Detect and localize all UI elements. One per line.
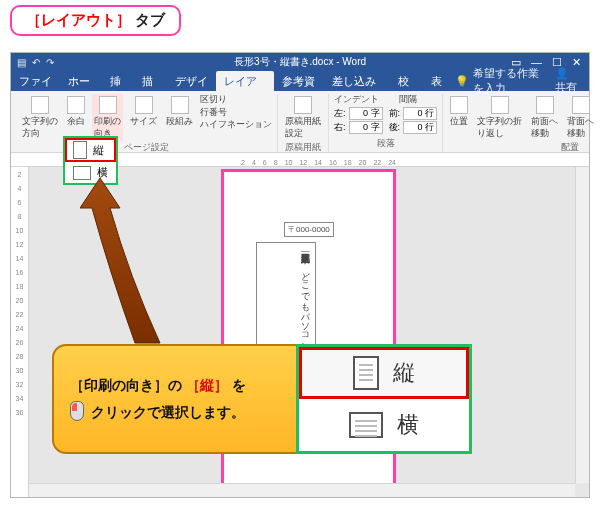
portrait-label: 縦 (93, 143, 104, 158)
quick-access-toolbar: ▤ ↶ ↷ (11, 57, 54, 68)
callout-p1a: ［印刷の向き］の (70, 377, 182, 393)
group-page-setup: 文字列の 方向 余白 印刷の 向き サイズ 段組み 区切り 行番号 ハイフネーシ… (15, 94, 278, 152)
send-backward-icon (572, 96, 590, 114)
tab-layout[interactable]: レイアウト (216, 71, 274, 91)
orientation-dropdown-enlarged: 縦 横 (296, 344, 472, 454)
manuscript-icon (294, 96, 312, 114)
text-direction-label: 文字列の 方向 (22, 116, 58, 139)
group-manuscript: 原稿用紙 設定 原稿用紙 (278, 94, 329, 152)
portrait-page-icon-big (353, 356, 379, 390)
line-numbers-button[interactable]: 行番号 (200, 107, 272, 119)
annotation-bracket-close: ］ (116, 11, 131, 28)
tab-view[interactable]: 表示 (423, 71, 456, 91)
tab-mailings[interactable]: 差し込み文書 (324, 71, 390, 91)
annotation-suffix: タブ (135, 11, 165, 28)
group-arrange-label: 配置 (561, 141, 579, 156)
ruler-vertical: 24681012141618202224262830323436 (11, 167, 29, 497)
landscape-label-big: 横 (397, 410, 419, 440)
callout-p1b: ［縦］ (186, 377, 228, 393)
callout-p2b: で選択します。 (147, 404, 245, 420)
spacing-before-label: 前: (389, 107, 401, 120)
callout-p1c: を (232, 377, 246, 393)
tab-insert[interactable]: 挿入 (102, 71, 135, 91)
group-page-setup-label: ページ設定 (124, 141, 169, 156)
wrap-text-label: 文字列の折 り返し (477, 116, 522, 139)
margins-label: 余白 (67, 116, 85, 128)
text-direction-button[interactable]: 文字列の 方向 (20, 94, 60, 141)
bring-forward-label: 前面へ 移動 (531, 116, 558, 139)
indent-left-input[interactable] (349, 107, 383, 120)
spacing-after-input[interactable] (403, 121, 437, 134)
indent-right-label: 右: (334, 121, 346, 134)
group-manuscript-label: 原稿用紙 (285, 141, 321, 156)
mouse-icon (70, 401, 84, 421)
tab-references[interactable]: 参考資料 (274, 71, 323, 91)
size-icon (135, 96, 153, 114)
group-paragraph-label: 段落 (377, 137, 395, 152)
tab-file[interactable]: ファイル (11, 71, 60, 91)
ribbon-tabs: ファイル ホーム 挿入 描画 デザイン レイアウト 参考資料 差し込み文書 校閲… (11, 71, 589, 91)
group-arrange: 位置 文字列の折 り返し 前面へ 移動 背面へ 移動 オブジェクトの 選択と表示… (443, 94, 600, 152)
callout-p2a: クリック (91, 404, 147, 420)
text-direction-icon (31, 96, 49, 114)
columns-icon (171, 96, 189, 114)
landscape-page-icon-big (349, 412, 383, 438)
columns-label: 段組み (166, 116, 193, 128)
orientation-big-portrait[interactable]: 縦 (299, 347, 469, 399)
orientation-button[interactable]: 印刷の 向き (92, 94, 123, 141)
position-label: 位置 (450, 116, 468, 128)
columns-button[interactable]: 段組み (164, 94, 195, 130)
landscape-label: 横 (97, 165, 108, 180)
spacing-before-input[interactable] (403, 107, 437, 120)
orientation-icon (99, 96, 117, 114)
hyphenation-button[interactable]: ハイフネーション (200, 119, 272, 131)
annotation-bracket-open: ［ (26, 11, 41, 28)
position-icon (450, 96, 468, 114)
wrap-text-button[interactable]: 文字列の折 り返し (475, 94, 524, 141)
indent-header: インデント (334, 94, 379, 106)
undo-icon[interactable]: ↶ (32, 57, 40, 68)
send-backward-label: 背面へ 移動 (567, 116, 594, 139)
wrap-text-icon (491, 96, 509, 114)
group-paragraph: インデント 間隔 左: 前: 右: 後: 段落 (329, 94, 443, 152)
manuscript-label: 原稿用紙 設定 (285, 116, 321, 139)
breaks-button[interactable]: 区切り (200, 94, 272, 106)
redo-icon[interactable]: ↷ (46, 57, 54, 68)
orientation-dropdown: 縦 横 (63, 136, 118, 185)
annotation-layout-tab: ［レイアウト］ タブ (10, 5, 181, 36)
indent-left-label: 左: (334, 107, 346, 120)
portrait-page-icon (73, 141, 87, 159)
orientation-option-portrait[interactable]: 縦 (65, 138, 116, 162)
size-button[interactable]: サイズ (128, 94, 159, 130)
tab-home[interactable]: ホーム (60, 71, 101, 91)
size-label: サイズ (130, 116, 157, 128)
position-button[interactable]: 位置 (448, 94, 470, 130)
margins-icon (67, 96, 85, 114)
orientation-option-landscape[interactable]: 横 (65, 162, 116, 183)
margins-button[interactable]: 余白 (65, 94, 87, 130)
scrollbar-horizontal[interactable] (29, 483, 575, 497)
spacing-header: 間隔 (399, 94, 417, 106)
spacing-after-label: 後: (389, 121, 401, 134)
tab-design[interactable]: デザイン (167, 71, 216, 91)
tellme-icon: 💡 (455, 75, 469, 88)
bring-forward-button[interactable]: 前面へ 移動 (529, 94, 560, 141)
landscape-page-icon (73, 166, 91, 180)
orientation-big-landscape[interactable]: 横 (299, 399, 469, 451)
scrollbar-vertical[interactable] (575, 167, 589, 483)
tab-review[interactable]: 校閲 (390, 71, 423, 91)
save-icon[interactable]: ▤ (17, 57, 26, 68)
share-icon: 👤 (555, 67, 569, 79)
manuscript-button[interactable]: 原稿用紙 設定 (283, 94, 323, 141)
send-backward-button[interactable]: 背面へ 移動 (565, 94, 596, 141)
bring-forward-icon (536, 96, 554, 114)
portrait-label-big: 縦 (393, 358, 415, 388)
annotation-label: レイアウト (41, 11, 116, 28)
tab-draw[interactable]: 描画 (134, 71, 167, 91)
indent-right-input[interactable] (349, 121, 383, 134)
envelope-postal: 〒000-0000 (284, 222, 334, 237)
